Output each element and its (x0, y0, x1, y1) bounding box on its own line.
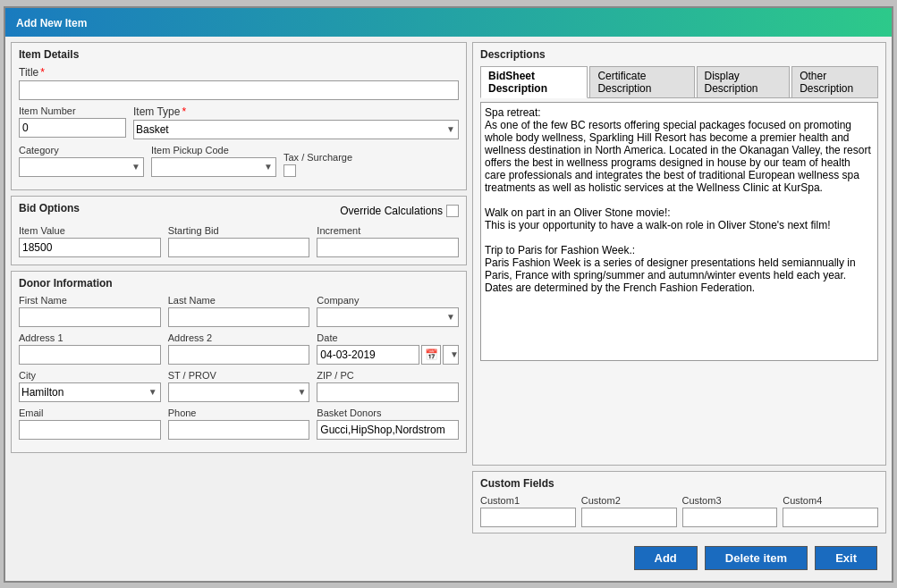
phone-input[interactable] (168, 420, 310, 440)
item-value-label: Item Value (19, 225, 161, 236)
window-title: Add New Item (16, 17, 87, 29)
starting-bid-input[interactable] (168, 238, 310, 257)
override-checkbox[interactable] (446, 205, 459, 217)
bid-options-section: Bid Options Override Calculations Item V… (11, 196, 467, 265)
first-name-label: First Name (19, 295, 161, 306)
email-input[interactable] (19, 420, 161, 440)
category-select-wrap[interactable]: ▼ (19, 157, 144, 177)
company-select[interactable] (317, 307, 459, 327)
custom2-col: Custom2 (581, 495, 677, 527)
increment-input[interactable] (317, 238, 459, 257)
item-details-section: Item Details Title * Item Number (11, 42, 467, 190)
custom2-label: Custom2 (581, 495, 677, 506)
descriptions-section: Descriptions BidSheet Description Certif… (472, 42, 886, 466)
date-field-wrap: 📅 ▼ (317, 345, 459, 365)
tab-other[interactable]: Other Description (791, 66, 878, 97)
basket-donors-input[interactable] (317, 420, 459, 440)
custom4-col: Custom4 (783, 495, 878, 527)
pickup-code-label: Item Pickup Code (151, 145, 276, 155)
custom4-label: Custom4 (783, 495, 878, 506)
company-select-wrap[interactable]: ▼ (317, 307, 459, 327)
increment-label: Increment (317, 225, 459, 236)
city-label: City (19, 370, 161, 381)
category-label: Category (19, 145, 144, 155)
city-select[interactable]: Hamilton (19, 382, 161, 402)
item-details-title: Item Details (19, 48, 459, 61)
exit-button[interactable]: Exit (815, 546, 877, 570)
date-input[interactable] (317, 345, 419, 365)
item-type-select-wrap[interactable]: Basket Item Service Experience ▼ (133, 120, 459, 139)
st-prov-select-wrap[interactable]: ▼ (168, 382, 310, 402)
company-label: Company (317, 295, 459, 306)
custom-fields-title: Custom Fields (480, 477, 878, 490)
calendar-icon[interactable]: 📅 (421, 345, 441, 365)
tax-checkbox[interactable] (283, 164, 296, 177)
pickup-select[interactable] (151, 157, 276, 177)
item-type-label: Item Type * (133, 105, 459, 118)
address1-label: Address 1 (19, 332, 161, 343)
city-select-wrap[interactable]: Hamilton ▼ (19, 382, 161, 402)
custom1-label: Custom1 (480, 495, 576, 506)
date-select-wrap[interactable]: ▼ (443, 345, 459, 365)
override-calculations-label: Override Calculations (340, 205, 459, 217)
custom1-input[interactable] (480, 508, 576, 527)
tab-display[interactable]: Display Description (697, 66, 791, 97)
address2-input[interactable] (168, 345, 310, 365)
last-name-input[interactable] (168, 307, 310, 327)
custom3-input[interactable] (682, 508, 778, 527)
delete-item-button[interactable]: Delete item (705, 546, 808, 570)
tab-certificate[interactable]: Certificate Description (589, 66, 694, 97)
description-textarea[interactable] (480, 102, 878, 361)
starting-bid-label: Starting Bid (168, 225, 310, 236)
item-number-input[interactable] (19, 118, 126, 138)
date-label: Date (317, 332, 459, 343)
custom-fields-row: Custom1 Custom2 Custom3 Custom4 (480, 495, 878, 527)
item-value-input[interactable] (19, 238, 161, 257)
custom4-input[interactable] (783, 508, 878, 527)
phone-label: Phone (168, 407, 310, 418)
bottom-bar: Add Delete item Exit (472, 539, 886, 575)
st-prov-label: ST / PROV (168, 370, 310, 381)
email-label: Email (19, 407, 161, 418)
title-label: Title * (19, 66, 459, 79)
first-name-input[interactable] (19, 307, 161, 327)
description-tabs: BidSheet Description Certificate Descrip… (480, 66, 878, 98)
donor-info-section: Donor Information First Name Last Name C… (11, 271, 467, 453)
item-number-label: Item Number (19, 105, 126, 116)
tax-label: Tax / Surcharge (283, 152, 352, 163)
last-name-label: Last Name (168, 295, 310, 306)
tab-bidsheet[interactable]: BidSheet Description (480, 66, 588, 98)
custom-fields-section: Custom Fields Custom1 Custom2 Custom3 (472, 471, 886, 533)
zip-pc-input[interactable] (317, 382, 459, 402)
item-type-select[interactable]: Basket Item Service Experience (133, 120, 459, 139)
donor-info-title: Donor Information (19, 277, 459, 290)
title-input[interactable] (19, 80, 459, 100)
custom2-input[interactable] (581, 508, 677, 527)
descriptions-title: Descriptions (480, 48, 878, 61)
address1-input[interactable] (19, 345, 161, 365)
window-title-bar: Add New Item (5, 8, 892, 37)
custom3-label: Custom3 (682, 495, 778, 506)
basket-donors-label: Basket Donors (317, 407, 459, 418)
date-select[interactable] (443, 345, 459, 365)
st-prov-select[interactable] (168, 382, 310, 402)
category-select[interactable] (19, 157, 144, 177)
zip-pc-label: ZIP / PC (317, 370, 459, 381)
custom1-col: Custom1 (480, 495, 576, 527)
custom3-col: Custom3 (682, 495, 778, 527)
bid-options-title: Bid Options (19, 202, 80, 214)
pickup-select-wrap[interactable]: ▼ (151, 157, 276, 177)
address2-label: Address 2 (168, 332, 310, 343)
add-button[interactable]: Add (634, 546, 698, 570)
